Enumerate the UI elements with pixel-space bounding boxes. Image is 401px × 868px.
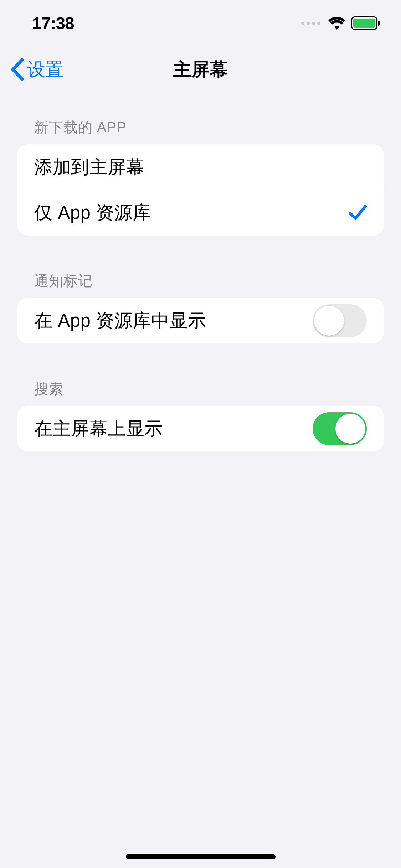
wifi-icon	[328, 17, 345, 30]
toggle-show-on-home[interactable]	[313, 412, 367, 445]
battery-icon	[351, 16, 380, 30]
group-search: 在主屏幕上显示	[17, 406, 384, 451]
section-search: 搜索 在主屏幕上显示	[17, 379, 384, 451]
back-button[interactable]: 设置	[11, 57, 63, 82]
section-header-search: 搜索	[17, 379, 384, 406]
section-header-new-apps: 新下载的 APP	[17, 118, 384, 144]
option-label: 添加到主屏幕	[34, 155, 144, 180]
page-title: 主屏幕	[173, 57, 228, 82]
group-badges: 在 App 资源库中显示	[17, 298, 384, 343]
row-label: 在主屏幕上显示	[34, 417, 163, 441]
toggle-show-in-app-library[interactable]	[313, 304, 367, 337]
navigation-bar: 设置 主屏幕	[0, 46, 401, 93]
option-label: 仅 App 资源库	[34, 201, 151, 225]
group-new-apps: 添加到主屏幕 仅 App 资源库	[17, 144, 384, 236]
row-label: 在 App 资源库中显示	[34, 309, 206, 333]
toggle-knob	[314, 306, 344, 336]
option-app-library-only[interactable]: 仅 App 资源库	[17, 190, 384, 236]
home-indicator[interactable]	[126, 854, 276, 859]
status-icons	[301, 16, 380, 30]
row-show-on-home: 在主屏幕上显示	[17, 406, 384, 451]
status-bar: 17:38	[0, 0, 401, 46]
section-header-badges: 通知标记	[17, 271, 384, 298]
back-label: 设置	[27, 57, 63, 82]
checkmark-icon	[349, 204, 367, 221]
option-add-to-home[interactable]: 添加到主屏幕	[17, 144, 384, 190]
chevron-left-icon	[11, 58, 24, 81]
section-badges: 通知标记 在 App 资源库中显示	[17, 271, 384, 343]
cellular-dots-icon	[301, 22, 320, 25]
section-new-apps: 新下载的 APP 添加到主屏幕 仅 App 资源库	[17, 118, 384, 236]
toggle-knob	[335, 414, 365, 444]
status-time: 17:38	[32, 14, 74, 33]
row-show-in-app-library: 在 App 资源库中显示	[17, 298, 384, 343]
